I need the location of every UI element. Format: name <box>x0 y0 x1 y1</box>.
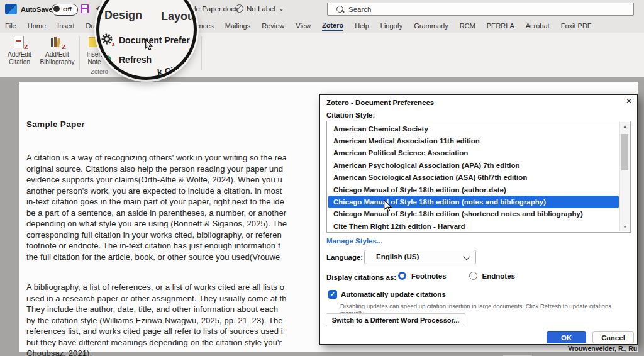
cancel-button[interactable]: Cancel <box>592 331 634 343</box>
bibliography-icon: Z <box>50 35 64 49</box>
scrollbar-thumb[interactable] <box>621 134 628 170</box>
doc-line: original source. Citations also help the… <box>26 164 321 175</box>
ribbon-divider <box>201 36 202 70</box>
search-placeholder: Search <box>348 6 371 13</box>
tab-foxit-pdf[interactable]: Foxit PDF <box>561 22 592 30</box>
tab-rcm[interactable]: RCM <box>460 22 475 30</box>
search-input[interactable]: Search <box>327 3 634 16</box>
display-citations-radio-group: Footnotes Endnotes <box>398 272 533 280</box>
scroll-down-icon[interactable]: ▾ <box>620 223 630 231</box>
add-edit-citation-label: Add/EditCitation <box>8 51 31 65</box>
add-edit-bibliography-button[interactable]: Z Add/EditBibliography <box>36 35 78 72</box>
style-option[interactable]: American Political Science Association <box>328 147 619 159</box>
dialog-title: Zotero - Document Preferences <box>326 99 434 106</box>
display-citations-label: Display citations as: <box>326 274 396 281</box>
zotero-document-preferences-dialog: Zotero - Document Preferences × Citation… <box>319 94 638 345</box>
citation-icon: Z <box>13 35 26 49</box>
style-option[interactable]: American Medical Association 11th editio… <box>328 135 619 147</box>
endnotes-label: Endnotes <box>482 272 515 280</box>
style-option[interactable]: American Chemical Society <box>328 123 619 135</box>
magnified-tab-design[interactable]: Design <box>104 9 142 22</box>
add-edit-bibliography-label: Add/EditBibliography <box>40 51 74 65</box>
doc-line: used in a research paper or other assign… <box>26 293 321 304</box>
magnified-document-preferences[interactable]: Document Prefer <box>119 35 190 45</box>
style-option[interactable]: American Sociological Association (ASA) … <box>328 172 619 184</box>
doc-line: the full citation for the article, book,… <box>26 252 321 263</box>
language-dropdown[interactable]: English (US) <box>364 250 476 264</box>
save-icon[interactable] <box>80 4 89 13</box>
reference-fragment: Vrouwenvelder, R., Rula <box>568 345 637 353</box>
style-option[interactable]: Cite Them Right 12th edition - Harvard <box>328 220 619 232</box>
autosave-label: AutoSave <box>21 6 53 13</box>
endnotes-radio[interactable] <box>469 272 477 280</box>
doc-line: corresponding full citation in your work… <box>26 230 321 241</box>
sensitivity-badge[interactable]: No Label ⌄ <box>235 4 284 13</box>
tab-help[interactable]: Help <box>355 22 369 30</box>
magnified-refresh[interactable]: Refresh <box>119 55 152 65</box>
autosave-state: Off <box>63 6 72 13</box>
add-edit-citation-button[interactable]: Z Add/EditCitation <box>3 35 36 72</box>
auto-update-checkbox[interactable]: ✓ <box>328 290 337 299</box>
doc-line: be a part of a sentence, an aside in par… <box>26 208 321 219</box>
doc-line: depending on what style you are using (B… <box>26 218 321 230</box>
doc-line: references list, and works cited page al… <box>26 326 321 337</box>
ok-button[interactable]: OK <box>547 331 586 343</box>
tab-zotero[interactable]: Zotero <box>322 21 343 31</box>
doc-paragraph-1: A citation is a way of recognizing other… <box>26 152 321 262</box>
doc-line: by the citation style (Williams Ezinwa N… <box>26 315 321 326</box>
style-option[interactable]: Chicago Manual of Style 18th edition (au… <box>328 184 619 196</box>
language-value: English (US) <box>376 253 419 260</box>
switch-word-processor-button[interactable]: Switch to a Different Word Processor... <box>326 313 465 326</box>
close-icon[interactable]: × <box>626 96 632 107</box>
sensitivity-label: No Label <box>247 5 275 13</box>
tab-review[interactable]: Review <box>262 22 284 30</box>
doc-line: in-text citation goes in the main part o… <box>26 196 321 208</box>
doc-line: another person's work, you are expected … <box>26 186 321 197</box>
ribbon-divider <box>79 36 80 70</box>
tab-lingofy[interactable]: Lingofy <box>380 22 402 30</box>
doc-paragraph-2: A bibliography, a list of references, or… <box>26 282 321 356</box>
insert-note-label: InsertNote <box>86 51 102 65</box>
doc-line: A citation is a way of recognizing other… <box>26 152 321 164</box>
scroll-up-icon[interactable]: ▴ <box>620 122 630 131</box>
citation-style-label: Citation Style: <box>326 111 375 119</box>
style-option[interactable]: American Psychological Association (APA)… <box>328 159 619 171</box>
chevron-down-icon: ⌄ <box>279 6 284 12</box>
manage-styles-link[interactable]: Manage Styles... <box>326 237 382 245</box>
tab-perrla[interactable]: PERRLA <box>487 22 514 30</box>
citation-style-listbox: American Chemical Society American Medic… <box>326 121 631 233</box>
word-logo-icon <box>5 4 17 14</box>
style-option[interactable]: Chicago Manual of Style 18th edition (sh… <box>328 208 619 220</box>
tab-grammarly[interactable]: Grammarly <box>414 22 448 30</box>
doc-line: evidence supports your claims(Orth-Alfie… <box>26 174 321 186</box>
zotero-z-icon: z <box>112 40 114 47</box>
title-bar: AutoSave Off ↶ Sample Paper.docx No Labe… <box>0 0 644 19</box>
tab-file[interactable]: File <box>5 22 16 30</box>
toggle-knob-icon <box>53 6 60 12</box>
doc-heading: Sample Paper <box>26 120 85 129</box>
footnotes-label: Footnotes <box>411 272 447 280</box>
sensitivity-icon <box>235 4 243 13</box>
doc-line: They include the author, date, title, an… <box>26 304 321 315</box>
listbox-scrollbar[interactable]: ▴ ▾ <box>619 122 630 231</box>
doc-line: footnote or endnote. The in-text citatio… <box>26 240 321 252</box>
doc-line: Choubsaz, 2021). <box>26 348 321 356</box>
autosave-toggle[interactable]: Off <box>52 4 78 16</box>
language-label: Language: <box>326 253 363 261</box>
tab-insert[interactable]: Insert <box>57 22 75 30</box>
tab-home[interactable]: Home <box>28 22 46 30</box>
magnified-tab-layout[interactable]: Layou <box>161 10 194 23</box>
gear-icon <box>101 33 113 48</box>
auto-update-label: Automatically update citations <box>341 291 446 298</box>
mouse-cursor-icon <box>383 199 392 216</box>
footnotes-radio[interactable] <box>398 272 406 280</box>
tab-mailings[interactable]: Mailings <box>225 22 250 30</box>
chevron-down-icon <box>463 253 470 260</box>
tab-view[interactable]: View <box>296 22 311 30</box>
mouse-cursor-icon <box>145 39 153 54</box>
doc-line: A bibliography, a list of references, or… <box>26 282 321 293</box>
search-icon <box>336 6 343 13</box>
tab-acrobat[interactable]: Acrobat <box>526 22 550 30</box>
style-option-selected[interactable]: Chicago Manual of Style 18th edition (no… <box>328 196 619 208</box>
doc-line: but they have different meanings dependi… <box>26 337 321 348</box>
